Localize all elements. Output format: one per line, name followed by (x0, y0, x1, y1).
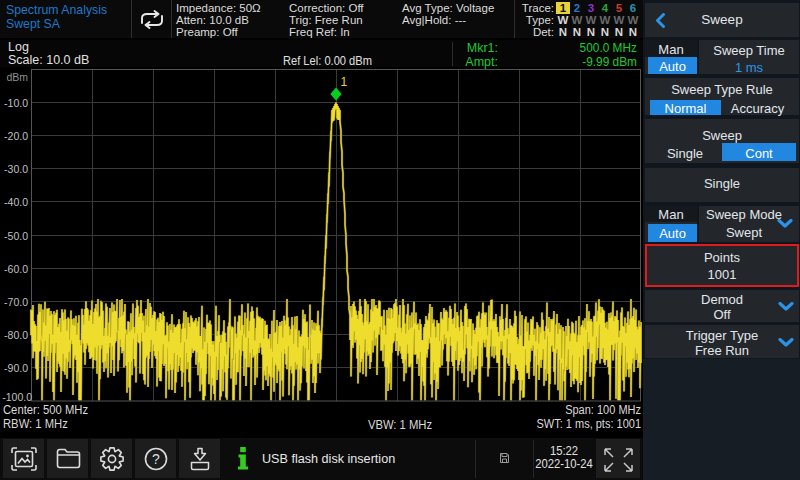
svg-text:1: 1 (341, 75, 348, 89)
svg-text:?: ? (152, 451, 160, 467)
